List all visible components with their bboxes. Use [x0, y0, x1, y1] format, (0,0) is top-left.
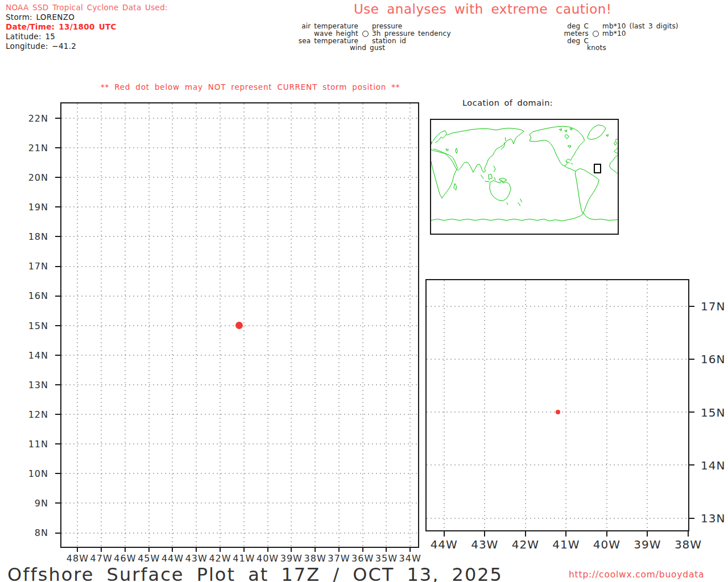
coastline-africa — [431, 149, 457, 198]
coastline-greenland — [588, 125, 608, 140]
grid-line-horizontal — [61, 502, 418, 504]
lat-axis-label: 11N — [18, 439, 48, 450]
tick-mark — [55, 355, 60, 356]
legend-row: deg C — [549, 38, 679, 45]
grid-line-horizontal — [61, 296, 418, 297]
coastline-north-america — [530, 126, 585, 171]
lat-axis-label: 14N — [18, 350, 48, 361]
domain-location-box — [594, 164, 601, 173]
caution-banner: Use analyses with extreme caution! — [354, 2, 612, 16]
lat-axis-label: 8N — [18, 527, 48, 538]
grid-line-horizontal — [427, 359, 688, 360]
coastline-antarctica — [431, 213, 618, 221]
grid-line-horizontal — [427, 464, 688, 465]
data-source-label: NOAA SSD Tropical Cyclone Data Used: — [6, 3, 168, 13]
legend-row: air temperature pressure — [295, 23, 451, 30]
storm-position-dot — [235, 322, 243, 329]
zoom-plot: 44W43W42W41W40W39W38W17N16N15N14N13N — [425, 279, 689, 531]
tick-mark — [243, 547, 245, 552]
grid-line-horizontal — [61, 473, 418, 474]
tick-mark — [55, 533, 60, 534]
wave-height-label: wave height — [295, 30, 358, 38]
tick-mark — [362, 547, 363, 552]
pressure-tendency-label: 3h pressure tendency — [372, 30, 451, 38]
tick-mark — [410, 547, 411, 552]
grid-line-horizontal — [61, 236, 418, 237]
grid-line-horizontal — [427, 306, 688, 307]
lat-axis-label: 17N — [18, 261, 48, 272]
legend-row: wave height 3h pressure tendency — [295, 30, 451, 38]
world-map — [431, 120, 618, 234]
deg-c-label-2: deg C — [549, 38, 589, 45]
tick-mark — [688, 530, 689, 537]
storm-name-label: Storm: LORENZO — [6, 13, 168, 22]
air-temperature-label: air temperature — [295, 23, 358, 30]
tick-mark — [101, 547, 102, 552]
grid-line-horizontal — [61, 177, 418, 178]
grid-line-vertical — [444, 280, 445, 530]
tick-mark — [55, 177, 60, 178]
tick-mark — [55, 443, 60, 444]
tick-mark — [606, 530, 607, 537]
grid-line-horizontal — [61, 118, 418, 119]
lat-axis-label: 20N — [18, 172, 48, 183]
tick-mark — [291, 547, 292, 552]
lon-axis-label: 43W — [462, 538, 507, 551]
storm-position-dot — [556, 410, 560, 414]
lat-axis-label: 12N — [18, 409, 48, 420]
legend-spacer — [589, 31, 602, 37]
tick-mark — [55, 266, 60, 267]
lat-axis-label: 15N — [701, 406, 728, 419]
tick-mark — [386, 547, 387, 552]
meters-label: meters — [549, 30, 589, 38]
grid-line-vertical — [647, 280, 648, 530]
tick-mark — [688, 411, 694, 413]
tick-mark — [338, 547, 340, 552]
world-map-inset — [430, 119, 619, 235]
lat-axis-label: 10N — [18, 468, 48, 479]
station-circle-icon — [362, 31, 369, 37]
legend-spacer — [358, 31, 372, 37]
tick-mark — [55, 118, 60, 119]
deg-c-label: deg C — [549, 23, 589, 30]
tick-mark — [647, 530, 648, 537]
lat-axis-label: 13N — [18, 380, 48, 390]
buoy-plot-page: NOAA SSD Tropical Cyclone Data Used: Sto… — [0, 0, 728, 582]
lon-axis-label: 42W — [503, 538, 548, 551]
grid-line-horizontal — [61, 355, 418, 356]
tick-mark — [484, 530, 485, 537]
sea-temperature-label: sea temperature — [295, 38, 358, 45]
lat-axis-label: 13N — [701, 512, 728, 525]
units-legend: deg C mb*10 (last 3 digits) meters mb*10… — [549, 23, 679, 52]
lat-axis-label: 14N — [701, 459, 728, 472]
lat-axis-label: 21N — [18, 143, 48, 153]
lat-axis-label: 16N — [18, 290, 48, 301]
lon-axis-label: 44W — [421, 538, 467, 551]
lon-axis-label: 40W — [584, 538, 630, 551]
lat-axis-label: 17N — [701, 300, 728, 313]
storm-info-block: NOAA SSD Tropical Cyclone Data Used: Sto… — [6, 3, 168, 51]
units-circle-icon — [593, 31, 599, 37]
mb10-label: mb*10 — [602, 30, 626, 38]
grid-line-horizontal — [61, 206, 418, 207]
grid-line-vertical — [525, 280, 526, 530]
inset-title: Location of domain: — [462, 98, 553, 107]
tick-mark — [125, 547, 126, 552]
legend-row: deg C mb*10 (last 3 digits) — [549, 23, 679, 30]
tick-mark — [55, 502, 60, 504]
tick-mark — [55, 325, 60, 326]
lat-axis-label: 15N — [18, 321, 48, 331]
lat-axis-label: 9N — [18, 498, 48, 509]
tick-mark — [55, 236, 60, 237]
coastline-eurasia — [433, 128, 524, 172]
knots-label: knots — [549, 44, 644, 52]
tick-mark — [77, 547, 78, 552]
coastline-oceania — [481, 174, 522, 206]
tick-mark — [444, 530, 445, 537]
grid-line-vertical — [606, 280, 607, 530]
coastline-atlantic-edge — [431, 139, 618, 173]
storm-longitude-label: Longitude: −41.2 — [6, 41, 168, 51]
lon-axis-label: 41W — [543, 538, 589, 551]
lat-axis-label: 22N — [18, 113, 48, 124]
wind-gust-label: wind gust — [295, 44, 440, 52]
